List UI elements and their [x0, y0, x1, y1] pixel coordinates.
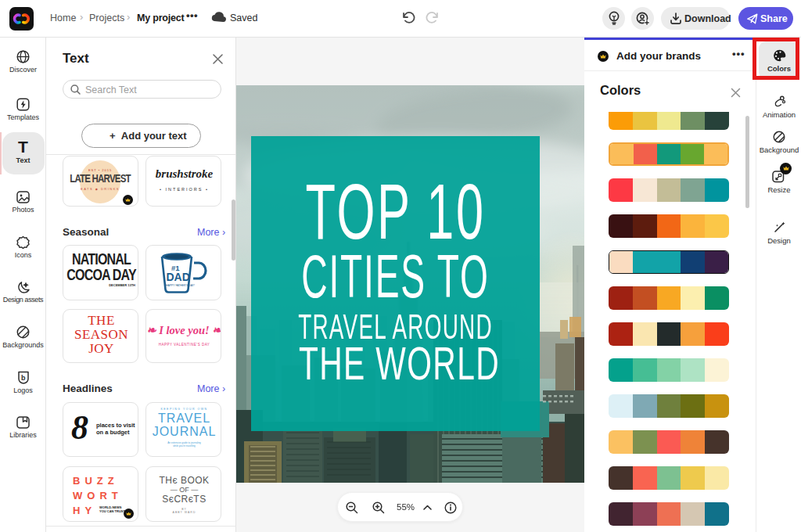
svg-text:b: b — [21, 374, 26, 382]
svg-text:DAD: DAD — [167, 271, 190, 283]
svg-text:HAPPY FATHER'S DAY!: HAPPY FATHER'S DAY! — [166, 284, 195, 287]
